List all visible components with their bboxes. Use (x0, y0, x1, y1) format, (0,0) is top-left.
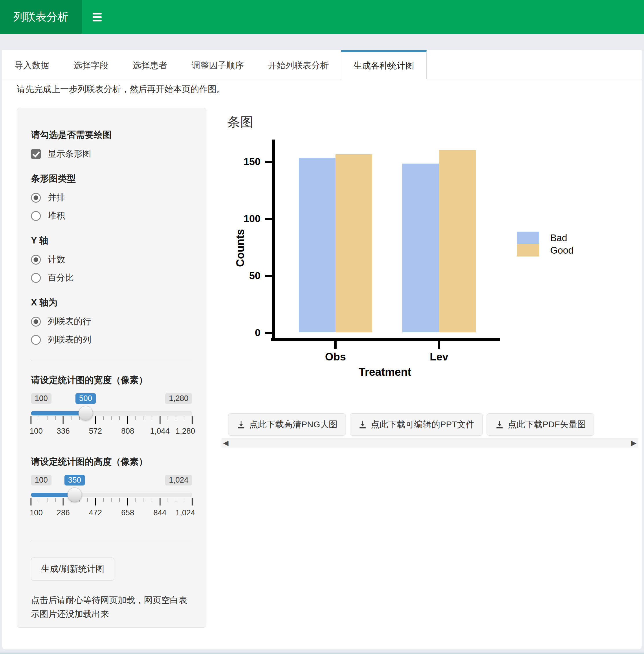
slider-max-label: 1,280 (165, 393, 192, 404)
slider-tick (63, 498, 64, 505)
slider-tick (47, 416, 47, 420)
radio-label: 列联表的列 (48, 334, 91, 346)
tab-select-fields[interactable]: 选择字段 (61, 50, 120, 79)
generate-refresh-button[interactable]: 生成/刷新统计图 (31, 558, 114, 581)
x-axis-line (271, 338, 500, 341)
bar-Lev-Bad (402, 163, 439, 332)
bar-chart: Counts Treatment 050100150 ObsLev BadGoo… (222, 110, 640, 440)
slider-tick-label: 472 (89, 509, 102, 517)
slider-tick (135, 416, 136, 420)
y-axis-title: Counts (234, 190, 247, 306)
horizontal-scrollbar[interactable]: ◀ ▶ (222, 438, 638, 448)
y-tick-label: 150 (226, 156, 260, 167)
radio-icon[interactable] (31, 211, 41, 221)
download-ppt-button[interactable]: 点此下载可编辑的PPT文件 (350, 413, 483, 436)
radio-selected-icon[interactable] (31, 317, 41, 326)
y-tick-mark (265, 161, 272, 163)
tab-import-data[interactable]: 导入数据 (2, 50, 61, 79)
y-tick-label: 50 (226, 270, 260, 281)
slider-min-label: 100 (31, 475, 51, 486)
slider-handle[interactable] (67, 488, 82, 502)
chart-legend: BadGood (517, 232, 574, 256)
download-icon (358, 420, 367, 429)
slider-tick-label: 808 (121, 427, 134, 436)
tab-generate-charts[interactable]: 生成各种统计图 (341, 50, 427, 79)
slider-grid (31, 498, 192, 506)
height-slider[interactable]: 1001,0243501002864726588441,024 (31, 475, 192, 525)
bar-Lev-Good (439, 150, 476, 332)
x-axis-label: X 轴为 (31, 296, 192, 309)
radio-icon[interactable] (31, 335, 41, 345)
slider-max-label: 1,024 (165, 475, 192, 486)
slider-grid-labels: 1003365728081,0441,280 (31, 427, 192, 436)
draw-section-label: 请勾选是否需要绘图 (31, 129, 192, 141)
tab-select-patients[interactable]: 选择患者 (120, 50, 180, 79)
sidebar-toggle-icon[interactable] (88, 8, 106, 26)
radio-option[interactable]: 列联表的列 (31, 334, 192, 346)
divider (31, 540, 192, 540)
bar-type-radio-group: 并排堆积 (31, 191, 192, 222)
radio-icon[interactable] (31, 273, 41, 283)
show-barchart-checkbox[interactable]: 显示条形图 (31, 148, 192, 160)
radio-label: 计数 (48, 254, 65, 266)
slider-tick (176, 498, 176, 502)
y-tick-label: 0 (226, 327, 260, 338)
slider-tick (167, 498, 168, 502)
bar-type-label: 条形图类型 (31, 173, 192, 185)
slider-tick (184, 416, 184, 420)
slider-handle[interactable] (78, 406, 93, 420)
download-ppt-label: 点此下载可编辑的PPT文件 (371, 419, 475, 430)
slider-tick (152, 498, 152, 502)
slider-tick (63, 416, 64, 424)
slider-tick (167, 416, 168, 420)
slider-tick (176, 416, 176, 420)
slider-tick-label: 1,044 (150, 427, 170, 436)
download-pdf-button[interactable]: 点此下载PDF矢量图 (486, 413, 594, 436)
slider-tick (119, 498, 120, 502)
tab-start-analysis[interactable]: 开始列联表分析 (256, 50, 341, 79)
checkbox-checked-icon[interactable] (31, 149, 41, 159)
slider-tick (31, 416, 31, 424)
top-navbar (82, 0, 644, 34)
x-axis-radio-group: 列联表的行列联表的列 (31, 316, 192, 346)
checkbox-label: 显示条形图 (48, 148, 91, 160)
width-slider[interactable]: 1001,2805001003365728081,0441,280 (31, 393, 192, 443)
app-title: 列联表分析 (0, 0, 82, 34)
slider-value-label: 350 (64, 475, 85, 486)
radio-option[interactable]: 堆积 (31, 210, 192, 222)
radio-option[interactable]: 百分比 (31, 272, 192, 284)
radio-option[interactable]: 计数 (31, 254, 192, 266)
download-png-button[interactable]: 点此下载高清PNG大图 (228, 413, 346, 436)
page-bottom-edge (0, 653, 644, 654)
radio-label: 列联表的行 (48, 316, 91, 328)
download-icon (495, 420, 504, 429)
radio-selected-icon[interactable] (31, 255, 41, 265)
slider-tick-label: 100 (29, 509, 43, 517)
radio-option[interactable]: 列联表的行 (31, 316, 192, 328)
slider-tick (135, 498, 136, 502)
slider-tick-label: 1,024 (176, 509, 196, 517)
x-tick-mark (334, 341, 337, 349)
radio-selected-icon[interactable] (31, 193, 41, 203)
slider-grid (31, 416, 192, 425)
tab-adjust-factor-order[interactable]: 调整因子顺序 (180, 50, 256, 79)
slider-tick (55, 416, 55, 420)
slider-tick (39, 416, 39, 420)
scroll-left-arrow-icon[interactable]: ◀ (222, 438, 230, 448)
scroll-right-arrow-icon[interactable]: ▶ (629, 438, 638, 448)
slider-tick-label: 658 (121, 509, 134, 517)
slider-grid-labels: 1002864726588441,024 (31, 509, 192, 518)
slider-tick (55, 498, 55, 502)
slider-filled-bar (31, 411, 86, 415)
y-tick-mark (265, 218, 272, 220)
slider-tick (103, 498, 104, 502)
slider-tick (128, 498, 128, 505)
slider-tick-label: 100 (29, 427, 43, 436)
y-axis-radio-group: 计数百分比 (31, 254, 192, 284)
radio-option[interactable]: 并排 (31, 191, 192, 204)
legend-item: Bad (517, 232, 574, 244)
slider-tick (87, 498, 88, 502)
slider-tick (184, 498, 184, 502)
legend-swatch (517, 244, 539, 256)
slider-tick (143, 498, 144, 502)
